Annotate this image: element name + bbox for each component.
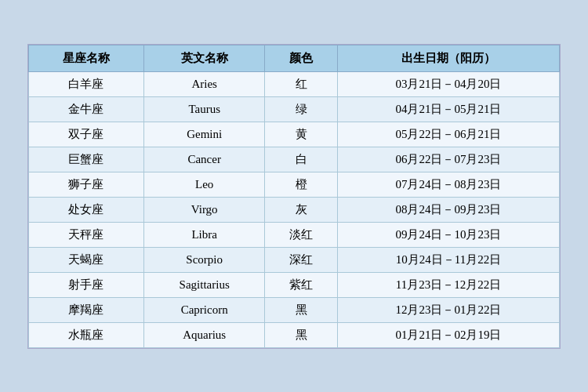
table-row: 狮子座Leo橙07月24日－08月23日 xyxy=(29,172,560,197)
cell-r3-c1: Cancer xyxy=(143,147,265,172)
table-row: 天秤座Libra淡红09月24日－10月23日 xyxy=(29,222,560,247)
cell-r9-c2: 黑 xyxy=(265,297,338,322)
cell-r4-c0: 狮子座 xyxy=(29,172,144,197)
cell-r0-c3: 03月21日－04月20日 xyxy=(337,71,559,96)
cell-r3-c0: 巨蟹座 xyxy=(29,147,144,172)
cell-r5-c1: Virgo xyxy=(143,197,265,222)
header-col-0: 星座名称 xyxy=(29,45,144,71)
header-col-2: 颜色 xyxy=(265,45,338,71)
cell-r2-c2: 黄 xyxy=(265,122,338,147)
table-row: 天蝎座Scorpio深红10月24日－11月22日 xyxy=(29,247,560,272)
cell-r7-c3: 10月24日－11月22日 xyxy=(337,247,559,272)
cell-r9-c0: 摩羯座 xyxy=(29,297,144,322)
cell-r2-c0: 双子座 xyxy=(29,122,144,147)
table-row: 处女座Virgo灰08月24日－09月23日 xyxy=(29,197,560,222)
cell-r5-c2: 灰 xyxy=(265,197,338,222)
cell-r1-c3: 04月21日－05月21日 xyxy=(337,96,559,122)
table-body: 白羊座Aries红03月21日－04月20日金牛座Taurus绿04月21日－0… xyxy=(29,71,560,347)
cell-r4-c3: 07月24日－08月23日 xyxy=(337,172,559,197)
cell-r8-c3: 11月23日－12月22日 xyxy=(337,272,559,297)
cell-r10-c2: 黑 xyxy=(265,322,338,347)
table-row: 金牛座Taurus绿04月21日－05月21日 xyxy=(29,96,560,122)
table-row: 巨蟹座Cancer白06月22日－07月23日 xyxy=(29,147,560,172)
cell-r4-c2: 橙 xyxy=(265,172,338,197)
cell-r7-c1: Scorpio xyxy=(143,247,265,272)
cell-r0-c2: 红 xyxy=(265,71,338,96)
cell-r3-c2: 白 xyxy=(265,147,338,172)
cell-r0-c0: 白羊座 xyxy=(29,71,144,96)
cell-r2-c3: 05月22日－06月21日 xyxy=(337,122,559,147)
table-row: 射手座Sagittarius紫红11月23日－12月22日 xyxy=(29,272,560,297)
zodiac-table-wrapper: 星座名称英文名称颜色出生日期（阳历） 白羊座Aries红03月21日－04月20… xyxy=(27,44,561,349)
header-col-1: 英文名称 xyxy=(143,45,265,71)
cell-r9-c1: Capricorn xyxy=(143,297,265,322)
cell-r8-c0: 射手座 xyxy=(29,272,144,297)
cell-r8-c1: Sagittarius xyxy=(143,272,265,297)
cell-r6-c3: 09月24日－10月23日 xyxy=(337,222,559,247)
cell-r6-c1: Libra xyxy=(143,222,265,247)
table-row: 双子座Gemini黄05月22日－06月21日 xyxy=(29,122,560,147)
cell-r7-c2: 深红 xyxy=(265,247,338,272)
cell-r10-c1: Aquarius xyxy=(143,322,265,347)
table-row: 摩羯座Capricorn黑12月23日－01月22日 xyxy=(29,297,560,322)
cell-r5-c3: 08月24日－09月23日 xyxy=(337,197,559,222)
header-col-3: 出生日期（阳历） xyxy=(337,45,559,71)
cell-r6-c2: 淡红 xyxy=(265,222,338,247)
table-header-row: 星座名称英文名称颜色出生日期（阳历） xyxy=(29,45,560,71)
cell-r10-c0: 水瓶座 xyxy=(29,322,144,347)
cell-r6-c0: 天秤座 xyxy=(29,222,144,247)
cell-r1-c0: 金牛座 xyxy=(29,96,144,122)
cell-r1-c2: 绿 xyxy=(265,96,338,122)
cell-r1-c1: Taurus xyxy=(143,96,265,122)
cell-r0-c1: Aries xyxy=(143,71,265,96)
table-row: 白羊座Aries红03月21日－04月20日 xyxy=(29,71,560,96)
table-row: 水瓶座Aquarius黑01月21日－02月19日 xyxy=(29,322,560,347)
cell-r9-c3: 12月23日－01月22日 xyxy=(337,297,559,322)
cell-r8-c2: 紫红 xyxy=(265,272,338,297)
cell-r10-c3: 01月21日－02月19日 xyxy=(337,322,559,347)
cell-r4-c1: Leo xyxy=(143,172,265,197)
zodiac-table: 星座名称英文名称颜色出生日期（阳历） 白羊座Aries红03月21日－04月20… xyxy=(28,45,560,348)
cell-r5-c0: 处女座 xyxy=(29,197,144,222)
cell-r2-c1: Gemini xyxy=(143,122,265,147)
cell-r3-c3: 06月22日－07月23日 xyxy=(337,147,559,172)
cell-r7-c0: 天蝎座 xyxy=(29,247,144,272)
